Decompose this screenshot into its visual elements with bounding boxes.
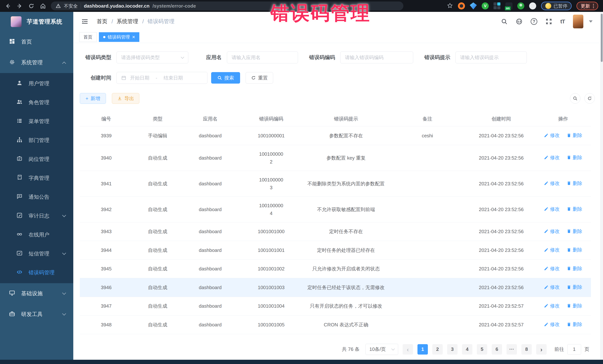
sidebar-fold-icon[interactable] xyxy=(81,18,89,25)
table-row[interactable]: 3948 自动生成 dashboard 1001001005 CRON 表达式不… xyxy=(80,315,591,334)
page-number-button[interactable]: 4 xyxy=(462,344,472,354)
sidebar-subitem[interactable]: 岗位管理 xyxy=(0,150,73,169)
sidebar-subitem[interactable]: 用户管理 xyxy=(0,74,73,93)
prev-page-button[interactable]: ‹ xyxy=(403,344,413,354)
page-number-button[interactable]: 1 xyxy=(417,344,428,354)
col-header-time[interactable]: 创建时间 xyxy=(467,111,535,126)
goto-page-input[interactable] xyxy=(567,344,581,354)
table-row[interactable]: 3939 手动编辑 dashboard 1001000001 参数配置不存在 c… xyxy=(80,126,591,145)
delete-link[interactable]: 删除 xyxy=(567,154,582,161)
font-size-icon[interactable]: tT xyxy=(560,18,565,25)
page-scrollbar[interactable] xyxy=(600,12,603,360)
page-number-button[interactable]: 5 xyxy=(477,344,487,354)
edit-link[interactable]: 修改 xyxy=(544,320,560,328)
user-avatar[interactable] xyxy=(573,15,583,28)
table-row[interactable]: 3940 自动生成 dashboard 100100000 2 参数配置 key… xyxy=(80,145,591,171)
add-button[interactable]: + 新增 xyxy=(80,93,106,104)
edit-link[interactable]: 修改 xyxy=(544,154,560,161)
table-row[interactable]: 3945 自动生成 dashboard 1001001002 只允许修改为开启或… xyxy=(80,259,591,278)
page-number-button[interactable]: 3 xyxy=(447,344,458,354)
col-header-remark[interactable]: 备注 xyxy=(388,111,467,126)
page-number-button[interactable]: ··· xyxy=(507,344,517,354)
page-number-button[interactable]: 8 xyxy=(521,344,532,354)
sidebar-subitem[interactable]: 字典管理 xyxy=(0,169,73,188)
page-number-button[interactable]: 6 xyxy=(492,344,502,354)
table-row[interactable]: 3943 自动生成 dashboard 1001001000 定时任务不存在 2… xyxy=(80,222,591,241)
fullscreen-icon[interactable] xyxy=(545,18,552,25)
sidebar-item[interactable]: 研发工具 xyxy=(0,304,73,325)
app-logo-row[interactable]: 芋道管理系统 xyxy=(0,12,73,32)
delete-link[interactable]: 删除 xyxy=(567,283,582,291)
edit-link[interactable]: 修改 xyxy=(544,283,560,291)
toggle-search-button[interactable] xyxy=(570,93,580,104)
extension-person-icon[interactable] xyxy=(517,2,524,10)
paused-profile-badge[interactable]: 已暂停 xyxy=(541,2,572,10)
col-header-id[interactable]: 编号 xyxy=(80,111,133,126)
col-header-code[interactable]: 错误码编码 xyxy=(238,111,304,126)
github-icon[interactable] xyxy=(516,18,522,25)
col-header-msg[interactable]: 错误码提示 xyxy=(304,111,388,126)
breadcrumb-item[interactable]: 系统管理 xyxy=(117,18,138,25)
update-button[interactable]: 更新 xyxy=(577,2,598,10)
edit-link[interactable]: 修改 xyxy=(544,227,560,235)
date-range-picker[interactable]: 开始日期 - 结束日期 xyxy=(116,72,208,84)
table-row[interactable]: 3947 自动生成 dashboard 1001001004 只有开启状态的任务… xyxy=(80,297,591,315)
app-name-input[interactable] xyxy=(227,52,298,63)
insecure-label[interactable]: 不安全 xyxy=(64,3,78,9)
back-icon[interactable] xyxy=(5,3,11,9)
table-row[interactable]: 3942 自动生成 dashboard 100100000 4 不允许获取敏感配… xyxy=(80,197,591,222)
sidebar-item[interactable]: 首页 xyxy=(0,32,73,52)
breadcrumb-item[interactable]: 首页 xyxy=(97,18,107,25)
page-tab[interactable]: 错误码管理 × xyxy=(99,32,139,42)
edit-link[interactable]: 修改 xyxy=(544,205,560,213)
delete-link[interactable]: 删除 xyxy=(567,302,582,310)
search-button[interactable]: 搜索 xyxy=(211,72,240,84)
table-row[interactable]: 3944 自动生成 dashboard 1001001001 定时任务的处理器已… xyxy=(80,241,591,260)
table-row[interactable]: 3941 自动生成 dashboard 100100000 3 不能删除类型为系… xyxy=(80,171,591,197)
page-tab[interactable]: 首页 xyxy=(79,32,97,42)
home-icon[interactable] xyxy=(40,3,46,9)
edit-link[interactable]: 修改 xyxy=(544,246,560,254)
extensions-puzzle-icon[interactable] xyxy=(529,2,536,10)
sidebar-subitem[interactable]: 通知公告 xyxy=(0,188,73,207)
sidebar-item[interactable]: 系统管理 xyxy=(0,52,73,73)
delete-link[interactable]: 删除 xyxy=(567,227,582,235)
reload-icon[interactable] xyxy=(28,3,34,9)
col-header-app[interactable]: 应用名 xyxy=(183,111,238,126)
export-button[interactable]: 导出 xyxy=(112,93,139,104)
sidebar-subitem[interactable]: 审计日志 xyxy=(0,207,73,225)
browser-menu-icon[interactable] xyxy=(593,4,594,8)
scrollbar-thumb[interactable] xyxy=(601,14,603,62)
page-number-button[interactable]: 2 xyxy=(432,344,443,354)
error-code-input[interactable] xyxy=(340,52,413,63)
edit-link[interactable]: 修改 xyxy=(544,265,560,272)
close-tab-icon[interactable]: × xyxy=(132,34,135,40)
delete-link[interactable]: 删除 xyxy=(567,265,582,272)
sidebar-subitem[interactable]: 角色管理 xyxy=(0,93,73,112)
forward-icon[interactable] xyxy=(16,3,23,9)
extension-orange-icon[interactable] xyxy=(458,2,465,10)
extension-on-icon[interactable]: on xyxy=(505,2,512,10)
sidebar-item[interactable]: 基础设施 xyxy=(0,283,73,304)
delete-link[interactable]: 删除 xyxy=(567,246,582,254)
error-type-select[interactable]: 请选择错误码类型 xyxy=(116,52,188,63)
page-size-select[interactable]: 10条/页 xyxy=(366,344,398,355)
col-header-type[interactable]: 类型 xyxy=(133,111,183,126)
reset-button[interactable]: 重置 xyxy=(246,72,273,84)
sidebar-subitem[interactable]: 短信管理 xyxy=(0,244,73,263)
next-page-button[interactable]: › xyxy=(536,344,547,354)
sidebar-subitem[interactable]: 部门管理 xyxy=(0,131,73,150)
edit-link[interactable]: 修改 xyxy=(544,132,560,139)
avatar-caret-icon[interactable] xyxy=(589,20,593,22)
sidebar-subitem[interactable]: 菜单管理 xyxy=(0,112,73,131)
delete-link[interactable]: 删除 xyxy=(567,179,582,187)
col-header-ops[interactable]: 操作 xyxy=(535,111,591,126)
help-icon[interactable]: ? xyxy=(531,18,537,25)
edit-link[interactable]: 修改 xyxy=(544,179,560,187)
extension-gem-icon[interactable] xyxy=(470,2,477,10)
breadcrumb-item[interactable]: 错误码管理 xyxy=(148,18,174,25)
sidebar-subitem[interactable]: 错误码管理 xyxy=(0,263,73,282)
sidebar-subitem[interactable]: 在线用户 xyxy=(0,225,73,244)
table-row[interactable]: 3946 自动生成 dashboard 1001001003 定时任务已经处于该… xyxy=(80,278,591,297)
extension-squares-icon[interactable] xyxy=(494,2,500,10)
